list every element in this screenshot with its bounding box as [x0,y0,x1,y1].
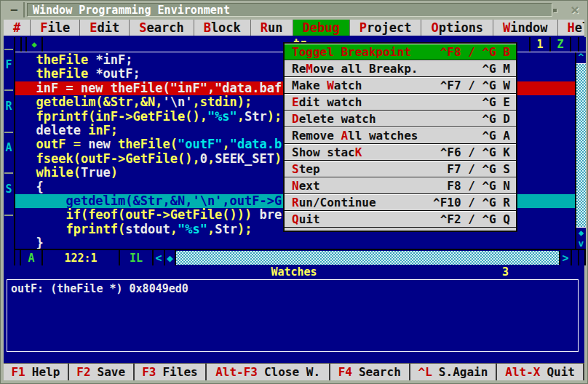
menu-item-project[interactable]: Project [350,20,422,36]
menu-item-label: Quit [292,212,320,226]
minimize-icon: − [10,2,17,17]
status-spacer [572,250,579,265]
menu-item-options[interactable]: Options [421,20,493,36]
menu-hotkey-letter: H [568,20,575,35]
debug-menu-item-toggle-breakpoint[interactable]: Toggel Breakpoint^F8 / ^G B [285,44,516,60]
keybar-item-ctrl-l-search-again[interactable]: ^LS.Again [410,364,498,380]
shortcut-label: F8 / ^G N [440,179,510,193]
menu-item-label: ile [48,20,71,35]
minimize-button[interactable]: − [4,2,25,17]
menu-hotkey-letter: S [292,162,299,176]
window-menu-button[interactable]: ◆ [25,37,41,52]
keybar-item-alt-x-quit[interactable]: Alt-XQuit [497,364,584,380]
menu-item-block[interactable]: Block [194,20,251,36]
scroll-right-icon[interactable]: > [560,250,572,265]
menu-hotkey-letter: O [431,20,438,35]
menu-item-edit[interactable]: Edit [80,20,130,36]
menu-item-label: dit [97,20,119,35]
debug-menu-item-edit-watch[interactable]: Edit watch^G E [285,94,516,111]
strip-letter-r[interactable]: R [4,100,14,112]
keybar-key: F1 [11,365,25,379]
menu-item-label: un [268,20,282,35]
watch-entry[interactable]: outF: (theFile *) 0x8049ed0 [11,282,574,296]
menu-hotkey-letter: E [90,20,97,35]
keybar-item-f1-help[interactable]: F1Help [4,364,69,380]
left-strip: FRAS [4,36,14,265]
menu-item-label: ReMove all Breakp. [292,62,418,76]
window-number: 1 [529,37,549,52]
menu-hotkey-letter: N [292,179,299,193]
menu-hotkey-letter: A [341,129,348,143]
scroll-up-icon[interactable]: ^ [576,52,586,63]
watches-panel: outF: (theFile *) 0x8049ed0 [7,279,579,352]
shortcut-label: F7 / ^G S [440,162,510,176]
shortcut-label: ^F2 / ^G Q [433,212,510,226]
scroll-down-icon[interactable]: v [576,239,586,249]
close-button[interactable]: × [567,2,583,18]
function-key-bar: F1HelpF2SaveF3FilesAlt-F3Close W.F4Searc… [4,363,584,380]
strip-letter-f[interactable]: F [4,59,14,71]
menu-item-hash[interactable]: # [4,20,31,36]
menu-item-window[interactable]: Window [493,20,557,36]
debug-menu-item-run-continue[interactable]: Run/Continue^F10 / ^G R [285,194,516,211]
keybar-item-f4-search[interactable]: F4Search [330,364,410,380]
strip-tick [4,215,13,216]
menu-hotkey-letter: # [13,20,20,35]
debug-menu-item-delete-watch[interactable]: Delete watch^G D [285,111,516,127]
keybar-key: Alt-F3 [215,365,258,379]
menu-hotkey-letter: R [261,20,268,35]
menu-bar: #FileEditSearchBlockRunDebugProjectOptio… [4,20,584,36]
debug-menu-item-remove-all-watches[interactable]: Remove All watches^G A [285,127,516,144]
keybar-key: F4 [338,365,352,379]
zoom-window-button[interactable]: Z [549,37,570,52]
menu-item-label: indow [510,20,547,35]
menu-hotkey-letter: F [40,20,47,35]
watches-title: Watches [271,265,317,279]
status-spacer [15,250,21,265]
shortcut-label: ^G A [474,129,510,143]
editor-status-row: A 122:1 IL < ◆ > [15,249,586,265]
menu-hotkey-letter: Q [292,212,299,226]
debug-menu-item-show-stack[interactable]: Show stacK^F6 / ^G K [285,144,516,161]
menu-item-help[interactable]: Help [558,20,584,36]
keybar-item-f2-save[interactable]: F2Save [69,364,135,380]
horizontal-scroll-thumb-icon[interactable]: ◆ [165,250,176,265]
debug-menu-item-step[interactable]: StepF7 / ^G S [285,161,516,177]
menu-hotkey-letter: M [306,62,313,76]
menu-item-label: Next [292,179,320,193]
menu-item-debug[interactable]: Debug [293,20,350,36]
shortcut-label: ^G M [474,62,510,76]
menu-item-search[interactable]: Search [130,20,194,36]
menu-hotkey-letter: S [139,20,146,35]
vertical-scrollbar[interactable]: ^ ◆ v [575,52,586,249]
menu-item-file[interactable]: File [31,20,80,36]
keybar-label: Close W. [264,365,320,379]
menu-hotkey-letter: W [327,79,334,92]
maximize-icon[interactable] [553,9,557,12]
debug-menu-item-make-watch[interactable]: Make Watch^F7 / ^G W [285,77,516,94]
strip-tick [4,49,13,50]
strip-letter-a[interactable]: A [4,142,14,153]
keybar-item-f3-files[interactable]: F3Files [135,364,207,380]
window-title: Window Programming Environment [33,4,230,17]
keybar-label: Help [32,365,60,379]
menu-item-run[interactable]: Run [251,20,293,36]
menu-item-label: earch [146,20,183,35]
shortcut-label: ^F8 / ^G B [433,45,510,59]
keybar-item-alt-f3-close-window[interactable]: Alt-F3Close W. [207,364,330,380]
debug-menu-item-remove-all-breakpoints[interactable]: ReMove all Breakp.^G M [285,60,516,77]
keybar-key: F2 [76,365,90,379]
horizontal-scroll-track[interactable] [176,251,560,265]
debug-menu-item-quit[interactable]: Quit^F2 / ^G Q [285,211,516,228]
keybar-label: Save [98,365,126,379]
debug-menu-item-next[interactable]: NextF8 / ^G N [285,177,516,194]
status-flag: A [21,250,43,265]
vertical-scroll-track[interactable] [576,63,586,228]
menu-hotkey-letter: P [359,20,367,35]
menu-item-label: Run/Continue [292,196,376,209]
code-line[interactable]: } [15,236,575,249]
menu-item-label: Edit watch [292,95,362,109]
strip-letter-s[interactable]: S [4,183,14,195]
vertical-scroll-thumb-icon[interactable]: ◆ [576,228,586,239]
scroll-left-icon[interactable]: < [154,250,165,265]
